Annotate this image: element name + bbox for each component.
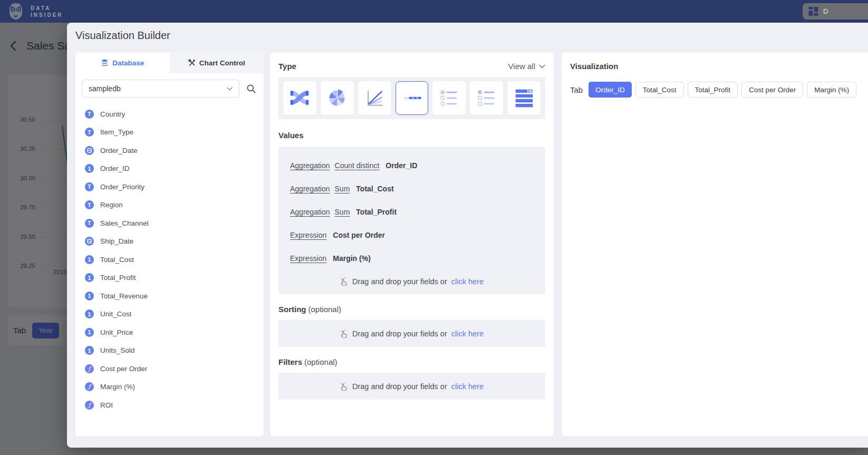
search-icon[interactable] <box>246 84 256 94</box>
expression-selector[interactable]: Expression <box>290 231 326 239</box>
sum-selector[interactable]: Sum <box>335 208 350 216</box>
value-row: AggregationSumTotal_Cost <box>290 177 534 200</box>
pie-chart-icon <box>326 88 348 109</box>
field-item[interactable]: TItem_Type <box>85 123 264 142</box>
field-item[interactable]: 1Total_Cost <box>85 250 264 269</box>
field-item[interactable]: ƒROI <box>85 396 264 414</box>
brand: DATA INSIDER <box>6 2 63 21</box>
date-field-icon <box>85 237 94 246</box>
filters-click-here-link[interactable]: click here <box>451 382 484 391</box>
aggregation-selector[interactable]: Aggregation <box>290 161 330 170</box>
aggregation-selector[interactable]: Aggregation <box>290 185 330 193</box>
field-item[interactable]: 1Total_Revenue <box>85 287 264 305</box>
value-row: AggregationSumTotal_Profit <box>290 200 534 224</box>
brand-text: DATA INSIDER <box>31 5 63 18</box>
field-item[interactable]: 1Unit_Price <box>85 323 264 342</box>
field-label: Margin (%) <box>100 383 135 391</box>
left-panel-tabs: Database Chart Control <box>75 52 264 73</box>
chart-type-pie[interactable] <box>321 81 354 115</box>
field-list: TCountryTItem_TypeOrder_Date1Order_IDTOr… <box>75 100 264 414</box>
text-field-icon: T <box>85 128 94 137</box>
value-field-name[interactable]: Cost per Order <box>333 231 385 239</box>
drag-hand-icon <box>340 277 348 286</box>
value-field-name[interactable]: Order_ID <box>385 161 417 170</box>
chart-type-checkbox-list[interactable] <box>470 81 503 115</box>
type-section-title: Type <box>278 62 296 71</box>
field-item[interactable]: TRegion <box>85 196 264 215</box>
viz-tab-total-profit[interactable]: Total_Profit <box>688 82 738 98</box>
field-label: Item_Type <box>100 128 133 136</box>
field-item[interactable]: TOrder_Priority <box>85 178 264 196</box>
viz-tab-buttons: Order_IDTotal_CostTotal_ProfitCost per O… <box>589 82 856 98</box>
field-item[interactable]: Order_Date <box>85 141 264 160</box>
chevron-down-icon <box>227 87 233 91</box>
number-field-icon: 1 <box>85 273 94 282</box>
drag-hand-icon <box>340 330 348 338</box>
sorting-drop-area[interactable]: Drag and drop your fields or click here <box>278 320 545 347</box>
field-item[interactable]: ƒMargin (%) <box>85 378 264 396</box>
number-field-icon: 1 <box>85 292 94 301</box>
number-field-icon: 1 <box>85 309 94 318</box>
field-item[interactable]: 1Order_ID <box>85 160 264 178</box>
drop-hint-text: Drag and drop your fields or <box>352 382 447 391</box>
value-field-name[interactable]: Total_Cost <box>356 185 393 193</box>
chart-type-radio-list[interactable] <box>432 81 466 115</box>
function-field-icon: ƒ <box>85 382 94 391</box>
field-item[interactable]: 1Unit_Cost <box>85 305 264 324</box>
field-label: Region <box>100 201 123 209</box>
visualization-panel: Visualization Tab Order_IDTotal_CostTota… <box>562 52 868 437</box>
view-all-button[interactable]: View all <box>508 62 545 71</box>
chart-type-select[interactable] <box>507 81 541 115</box>
sankey-chart-icon <box>289 88 310 109</box>
database-icon <box>101 59 109 67</box>
count-distinct-selector[interactable]: Count distinct <box>335 161 380 170</box>
dashboard-switcher-button[interactable]: D <box>803 3 868 20</box>
field-label: Sales_Channel <box>100 219 149 227</box>
field-label: Cost per Order <box>100 365 147 373</box>
expression-selector[interactable]: Expression <box>290 254 326 263</box>
field-item[interactable]: 1Total_Profit <box>85 269 264 287</box>
viz-tab-label: Tab <box>570 85 583 94</box>
chart-type-sankey[interactable] <box>283 81 316 115</box>
tab-chart-control-label: Chart Control <box>199 59 245 67</box>
date-field-icon <box>85 146 94 155</box>
chevron-down-icon <box>539 64 545 69</box>
viz-tab-total-cost[interactable]: Total_Cost <box>635 82 684 98</box>
viz-tab-order-id[interactable]: Order_ID <box>589 82 632 98</box>
radio-list-chart-icon <box>439 88 460 109</box>
number-field-icon: 1 <box>85 164 94 173</box>
sorting-section-title: Sorting(optional) <box>278 305 341 314</box>
field-item[interactable]: Ship_Date <box>85 233 264 251</box>
tab-database[interactable]: Database <box>75 52 170 73</box>
value-row: ExpressionCost per Order <box>290 224 534 247</box>
chart-type-strip: Tab <box>278 77 545 119</box>
owl-logo-icon <box>6 2 25 21</box>
aggregation-selector[interactable]: Aggregation <box>290 208 330 216</box>
sum-selector[interactable]: Sum <box>335 185 350 193</box>
filters-drop-hint: Drag and drop your fields or click here <box>340 382 484 391</box>
viz-tab-margin-[interactable]: Margin (%) <box>807 82 856 98</box>
database-select[interactable]: sampledb <box>82 80 239 98</box>
value-field-name[interactable]: Margin (%) <box>333 254 371 263</box>
field-item[interactable]: TSales_Channel <box>85 214 264 233</box>
value-row: ExpressionMargin (%) <box>290 247 534 270</box>
text-field-icon: T <box>85 200 94 209</box>
field-item[interactable]: TCountry <box>85 105 264 123</box>
tab-chart-control[interactable]: Chart Control <box>170 52 264 73</box>
field-label: Order_Date <box>100 147 138 154</box>
values-drop-area[interactable]: AggregationCount distinctOrder_IDAggrega… <box>278 147 545 294</box>
sorting-click-here-link[interactable]: click here <box>451 330 484 338</box>
drag-hand-icon <box>340 382 348 391</box>
chart-type-line[interactable] <box>358 81 391 115</box>
field-item[interactable]: ƒCost per Order <box>85 360 264 378</box>
text-field-icon: T <box>85 219 94 228</box>
viz-tab-cost-per-order[interactable]: Cost per Order <box>741 82 803 98</box>
function-field-icon: ƒ <box>85 401 94 410</box>
filters-drop-area[interactable]: Drag and drop your fields or click here <box>278 373 545 400</box>
field-item[interactable]: 1Units_Sold <box>85 342 264 360</box>
value-field-name[interactable]: Total_Profit <box>356 208 397 216</box>
values-click-here-link[interactable]: click here <box>451 277 484 286</box>
filters-section-title: Filters(optional) <box>278 357 337 366</box>
drop-hint-text: Drag and drop your fields or <box>352 277 447 286</box>
chart-type-tab[interactable]: Tab <box>396 81 429 115</box>
